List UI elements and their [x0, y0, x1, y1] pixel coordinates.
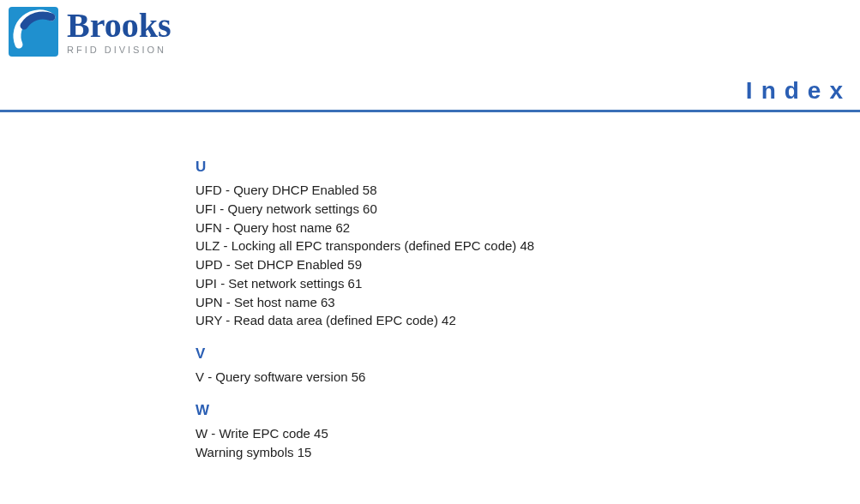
logo-text: Brooks RFID DIVISION — [67, 9, 171, 55]
divider — [0, 110, 860, 112]
index-entry: UPN - Set host name 63 — [195, 293, 826, 312]
index-entry: UFI - Query network settings 60 — [195, 200, 826, 219]
logo: Brooks RFID DIVISION — [9, 7, 171, 57]
index-entry: V - Query software version 56 — [195, 368, 826, 387]
section-letter: V — [195, 345, 826, 363]
index-entry: UFN - Query host name 62 — [195, 219, 826, 237]
logo-mark-icon — [9, 7, 58, 57]
logo-brand: Brooks — [67, 9, 171, 43]
index-entry: UPD - Set DHCP Enabled 59 — [195, 255, 826, 274]
index-entry: UFD - Query DHCP Enabled 58 — [195, 181, 826, 200]
header: Brooks RFID DIVISION — [0, 0, 860, 57]
index-entry: UPI - Set network settings 61 — [195, 274, 826, 293]
section-letter: W — [195, 402, 826, 419]
page-title: Index — [746, 77, 851, 105]
section-letter: U — [195, 159, 826, 176]
logo-subline: RFID DIVISION — [67, 45, 171, 55]
index-content: U UFD - Query DHCP Enabled 58 UFI - Quer… — [195, 159, 826, 461]
index-entry: Warning symbols 15 — [195, 443, 826, 462]
index-entry: ULZ - Locking all EPC transponders (defi… — [195, 237, 826, 255]
index-entry: URY - Read data area (defined EPC code) … — [195, 311, 826, 330]
index-entry: W - Write EPC code 45 — [195, 424, 826, 443]
